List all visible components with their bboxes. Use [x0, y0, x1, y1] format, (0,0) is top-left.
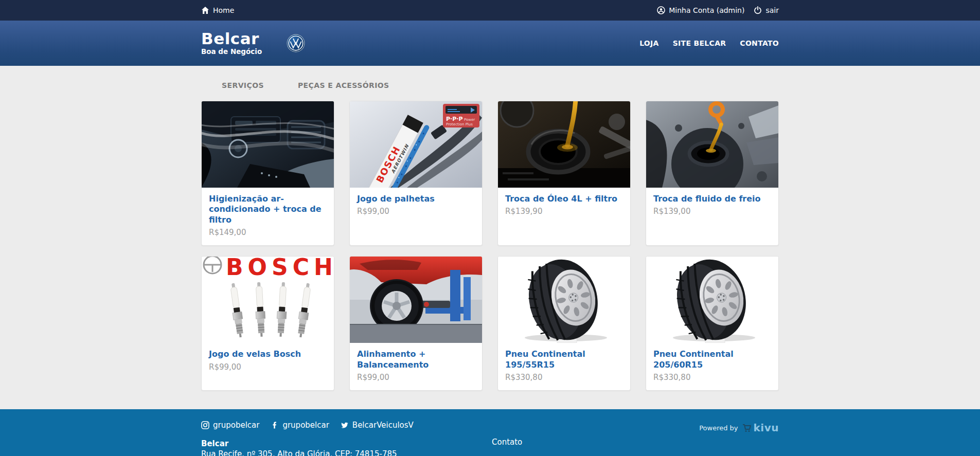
- instagram-icon: [201, 421, 209, 429]
- product-image-spark-plugs: BOSCH: [202, 257, 334, 343]
- product-card-higienizacao[interactable]: Higienização ar-condicionado + troca de …: [201, 101, 334, 246]
- ppp-badge: P·P·P Power Protection Plus: [443, 104, 479, 127]
- badge-title-text: P·P·P: [446, 116, 463, 122]
- user-circle-icon: [657, 6, 665, 14]
- product-title[interactable]: Jogo de palhetas: [357, 194, 475, 204]
- product-image-tire: [646, 257, 778, 343]
- product-title[interactable]: Alinhamento + Balanceamento: [357, 349, 475, 370]
- nav-contato[interactable]: CONTATO: [740, 39, 779, 47]
- badge-power-text: Power: [464, 118, 475, 122]
- product-price: R$99,00: [209, 362, 327, 372]
- product-grid: Higienização ar-condicionado + troca de …: [201, 101, 779, 391]
- product-title[interactable]: Troca de fluido de freio: [653, 194, 771, 204]
- brand-name: Belcar: [201, 31, 262, 47]
- tab-pecas-acessorios[interactable]: PEÇAS E ACESSÓRIOS: [298, 81, 389, 89]
- facebook-link[interactable]: grupobelcar: [271, 421, 329, 430]
- product-title[interactable]: Jogo de velas Bosch: [209, 349, 327, 359]
- footer: grupobelcar grupobelcar BelcarVeiculosV …: [0, 409, 980, 456]
- account-label: Minha Conta (admin): [669, 6, 744, 14]
- product-title[interactable]: Higienização ar-condicionado + troca de …: [209, 194, 327, 225]
- product-image-oil-pour: [498, 101, 630, 188]
- home-icon: [201, 6, 209, 14]
- category-tabs: SERVIÇOS PEÇAS E ACESSÓRIOS: [201, 81, 779, 89]
- bosch-plugs-brand-text: BOSCH: [226, 257, 334, 280]
- product-card-velas-bosch[interactable]: BOSCH Jogo de velas Bosch: [201, 256, 334, 391]
- account-link[interactable]: Minha Conta (admin): [657, 6, 744, 14]
- product-price: R$330,80: [653, 373, 771, 382]
- product-price: R$149,00: [209, 228, 327, 237]
- product-price: R$330,80: [505, 373, 623, 382]
- product-price: R$99,00: [357, 207, 475, 216]
- product-image-tire: [498, 257, 630, 343]
- product-price: R$139,90: [505, 207, 623, 216]
- product-title[interactable]: Pneu Continental 195/55R15: [505, 349, 623, 370]
- topbar: Home Minha Conta (admin) sair: [0, 0, 980, 21]
- footer-address-line: Rua Recife, nº 305, Alto da Glória, CEP:…: [201, 449, 492, 456]
- brand-tagline: Boa de Negócio: [201, 48, 262, 56]
- product-title[interactable]: Troca de Óleo 4L + filtro: [505, 194, 623, 204]
- powered-by-label: Powered by: [699, 424, 738, 432]
- product-image-wheel-alignment: [350, 257, 482, 343]
- facebook-icon: [271, 421, 279, 429]
- powered-by: Powered by kivu: [699, 421, 779, 434]
- product-price: R$139,00: [653, 207, 771, 216]
- footer-company-name: Belcar: [201, 439, 492, 449]
- instagram-link[interactable]: grupobelcar: [201, 421, 259, 430]
- twitter-link[interactable]: BelcarVeiculosV: [341, 421, 414, 430]
- cart-icon: [742, 423, 752, 433]
- tab-servicos[interactable]: SERVIÇOS: [222, 81, 264, 89]
- brand-logo[interactable]: Belcar Boa de Negócio: [201, 31, 262, 56]
- product-image-brake-fluid: [646, 101, 778, 188]
- product-card-pneu-195[interactable]: Pneu Continental 195/55R15 R$330,80: [497, 256, 631, 391]
- main-content: SERVIÇOS PEÇAS E ACESSÓRIOS: [0, 66, 980, 409]
- kivu-brand-text: kivu: [754, 422, 779, 434]
- social-links: grupobelcar grupobelcar BelcarVeiculosV: [201, 421, 492, 430]
- product-card-pneu-205[interactable]: Pneu Continental 205/60R15 R$330,80: [646, 256, 779, 391]
- badge-sub-text: Protection Plus: [446, 122, 473, 126]
- instagram-label: grupobelcar: [213, 421, 259, 430]
- logout-label: sair: [765, 6, 779, 14]
- product-image-wiper-blades: BOSCH AEROTWIN P·P·P Power Protection Pl…: [350, 101, 482, 188]
- product-card-palhetas[interactable]: BOSCH AEROTWIN P·P·P Power Protection Pl…: [349, 101, 483, 246]
- vw-logo-icon: [287, 34, 305, 52]
- power-icon: [754, 6, 762, 14]
- facebook-label: grupobelcar: [282, 421, 329, 430]
- nav-site-belcar[interactable]: SITE BELCAR: [673, 39, 726, 47]
- header: Belcar Boa de Negócio LOJA SITE BELCAR C…: [0, 21, 980, 66]
- product-card-fluido-freio[interactable]: Troca de fluido de freio R$139,00: [646, 101, 779, 246]
- nav-loja[interactable]: LOJA: [639, 39, 659, 47]
- twitter-label: BelcarVeiculosV: [352, 421, 414, 430]
- product-image-car-dashboard-ac: [202, 101, 334, 188]
- footer-address: Belcar Rua Recife, nº 305, Alto da Glóri…: [201, 439, 492, 456]
- product-card-alinhamento[interactable]: Alinhamento + Balanceamento R$99,00: [349, 256, 483, 391]
- product-card-troca-oleo[interactable]: Troca de Óleo 4L + filtro R$139,90: [497, 101, 631, 246]
- product-price: R$99,00: [357, 373, 475, 382]
- twitter-icon: [341, 421, 349, 429]
- home-label: Home: [213, 6, 234, 14]
- footer-contato-link[interactable]: Contato: [492, 437, 522, 447]
- logout-link[interactable]: sair: [754, 6, 779, 14]
- main-nav: LOJA SITE BELCAR CONTATO: [639, 39, 779, 47]
- kivu-logo-link[interactable]: kivu: [742, 422, 779, 434]
- product-title[interactable]: Pneu Continental 205/60R15: [653, 349, 771, 370]
- home-link[interactable]: Home: [201, 6, 234, 14]
